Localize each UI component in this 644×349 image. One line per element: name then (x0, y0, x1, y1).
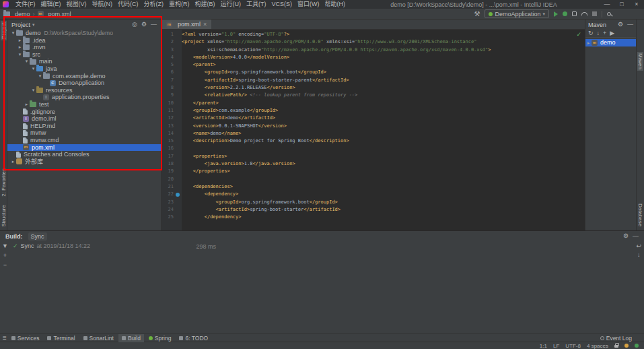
menu-item-e[interactable]: 编辑(E) (38, 0, 64, 9)
tree-item-resources[interactable]: ▾resources (7, 87, 161, 94)
profiler-button[interactable] (581, 12, 587, 15)
locate-file-icon[interactable]: ◎ (132, 22, 137, 28)
tree-expand-arrow[interactable]: ▾ (24, 58, 30, 65)
tree-item-demoapplication[interactable]: CDemoApplication (7, 80, 161, 87)
hide-panel-icon[interactable]: — (627, 22, 633, 28)
tool-window-button-services[interactable]: Services (8, 334, 43, 342)
tree-item-pom-xml[interactable]: mpom.xml (7, 144, 161, 152)
search-everywhere-button[interactable] (607, 12, 611, 16)
settings-gear-icon[interactable]: ⚙ (623, 233, 629, 239)
download-sources-icon[interactable]: ↓ (597, 30, 600, 36)
close-tab-icon[interactable]: × (203, 21, 207, 28)
filter-icon[interactable]: ▼ (2, 243, 8, 249)
hide-panel-icon[interactable]: — (151, 22, 157, 28)
tree-item-com-example-demo[interactable]: ▾com.example.demo (7, 73, 161, 80)
settings-gear-icon[interactable]: ⚙ (618, 22, 623, 28)
tree-item-demo-iml[interactable]: Idemo.iml (7, 115, 161, 123)
hide-panel-icon[interactable]: — (633, 233, 639, 239)
tool-window-button-database[interactable]: Database (637, 202, 643, 228)
tool-window-button-maven[interactable]: Maven (637, 52, 643, 71)
add-maven-project-icon[interactable]: + (603, 30, 606, 36)
coverage-button[interactable] (572, 11, 577, 16)
tree-expand-arrow[interactable]: ▾ (10, 30, 16, 37)
tree-expand-arrow[interactable]: ▾ (30, 65, 36, 73)
execute-goal-icon[interactable]: ▶ (610, 30, 614, 36)
readonly-lock-icon[interactable] (614, 345, 618, 348)
tool-window-switcher-icon[interactable]: ≡ (3, 335, 7, 342)
breadcrumb-item-demo[interactable]: demo (3, 11, 30, 18)
tree-item-help-md[interactable]: HELP.md (7, 123, 161, 130)
tree-expand-arrow[interactable]: ▸ (24, 101, 30, 108)
menu-item-z[interactable]: 分析(Z) (141, 0, 167, 9)
tree-item-demo[interactable]: ▾demoD:\WorkSpace\Study\demo (7, 30, 161, 37)
code-editor[interactable]: 1<?xml version="1.0" encoding="UTF-8"?>2… (162, 30, 585, 230)
expand-all-icon[interactable]: + (3, 253, 7, 259)
reimport-icon[interactable]: ↻ (588, 30, 594, 36)
maven-expand-arrow[interactable]: ▸ (585, 39, 592, 46)
line-separator[interactable]: LF (553, 342, 559, 349)
close-button[interactable]: × (629, 0, 644, 9)
tool-window-button-project[interactable]: Project (1, 21, 7, 40)
menu-item-b[interactable]: 构建(B) (192, 0, 218, 9)
stop-button[interactable] (592, 11, 597, 16)
event-log-button[interactable]: Event Log (600, 335, 641, 342)
notification-icon[interactable] (624, 344, 629, 348)
tool-window-button-build[interactable]: Build (118, 334, 144, 342)
tool-window-button-6-todo[interactable]: 6: TODO (176, 334, 211, 342)
indent-style[interactable]: 4 spaces (587, 342, 608, 349)
caret-position[interactable]: 1:1 (540, 342, 547, 349)
menu-item-t[interactable]: 工具(T) (244, 0, 269, 9)
soft-wrap-icon[interactable]: ↩ (636, 243, 641, 249)
tree-expand-arrow[interactable]: ▸ (17, 37, 23, 44)
health-indicator-icon[interactable] (635, 344, 639, 348)
tree-item-idea[interactable]: ▸.idea (7, 37, 161, 44)
menu-item-v[interactable]: 视图(V) (64, 0, 90, 9)
build-hammer-icon[interactable]: ⚒ (474, 11, 480, 18)
tree-item-main[interactable]: ▾main (7, 58, 161, 65)
menu-item-h[interactable]: 帮助(H) (322, 0, 349, 9)
file-encoding[interactable]: UTF-8 (565, 342, 581, 349)
maximize-button[interactable]: □ (614, 0, 629, 9)
menu-item-vcs-s[interactable]: VCS(S) (269, 0, 295, 9)
collapse-all-icon[interactable]: − (3, 262, 7, 268)
breadcrumb-item-pom-xml[interactable]: mpom.xml (38, 11, 71, 18)
tool-window-button-2-favorites[interactable]: 2: Favorites (1, 167, 7, 198)
menu-item-n[interactable]: 导航(N) (90, 0, 116, 9)
tree-expand-arrow[interactable]: ▾ (17, 51, 23, 59)
settings-gear-icon[interactable]: ⚙ (141, 22, 147, 28)
tree-item-item[interactable]: ▸外部库 (7, 158, 161, 166)
tree-item-mvnw-cmd[interactable]: mvnw.cmd (7, 137, 161, 144)
tree-item-gitignore[interactable]: .gitignore (7, 108, 161, 116)
tree-expand-arrow[interactable]: ▾ (30, 87, 36, 94)
tool-window-button-sonarlint[interactable]: SonarLint (80, 334, 117, 342)
menu-item-w[interactable]: 窗口(W) (295, 0, 322, 9)
menu-item-c[interactable]: 代码(C) (115, 0, 141, 9)
tree-expand-arrow[interactable]: ▸ (17, 44, 23, 51)
tree-expand-arrow[interactable]: ▾ (37, 73, 43, 80)
tree-item-test[interactable]: ▸test (7, 101, 161, 108)
run-configuration-selector[interactable]: DemoApplication ▾ (485, 9, 549, 18)
debug-button[interactable] (563, 11, 567, 16)
run-button[interactable] (554, 11, 558, 17)
menu-item-u[interactable]: 运行(U) (218, 0, 244, 9)
tree-item-java[interactable]: ▾java (7, 65, 161, 73)
tree-item-src[interactable]: ▾src (7, 51, 161, 59)
tree-item-mvn[interactable]: ▸.mvn (7, 44, 161, 51)
scroll-to-end-icon[interactable]: ↓ (637, 252, 641, 258)
tool-window-button-terminal[interactable]: Terminal (44, 334, 78, 342)
minimize-button[interactable]: — (600, 0, 614, 9)
tree-label: .idea (32, 37, 46, 44)
gutter-marker-icon[interactable] (176, 193, 180, 197)
editor-tab-pom-xml[interactable]: mpom.xml× (162, 20, 211, 29)
maven-project-demo[interactable]: ▸mdemo (585, 39, 636, 46)
tree-expand-arrow[interactable]: ▸ (10, 158, 16, 166)
menu-item-r[interactable]: 重构(R) (166, 0, 192, 9)
build-message-row[interactable]: ✓ Sync at 2019/11/18 14:22 298 ms (10, 241, 219, 251)
menu-item-f[interactable]: 文件(F) (13, 0, 38, 9)
build-tab-sync[interactable]: Sync (28, 232, 47, 241)
chevron-down-icon[interactable]: ▾ (32, 22, 35, 28)
tool-window-button-structure[interactable]: Structure (1, 203, 7, 228)
tree-item-mvnw[interactable]: mvnw (7, 129, 161, 137)
tree-item-scratches-and-consoles[interactable]: Scratches and Consoles (7, 151, 161, 158)
tool-window-button-spring[interactable]: Spring (145, 334, 175, 342)
